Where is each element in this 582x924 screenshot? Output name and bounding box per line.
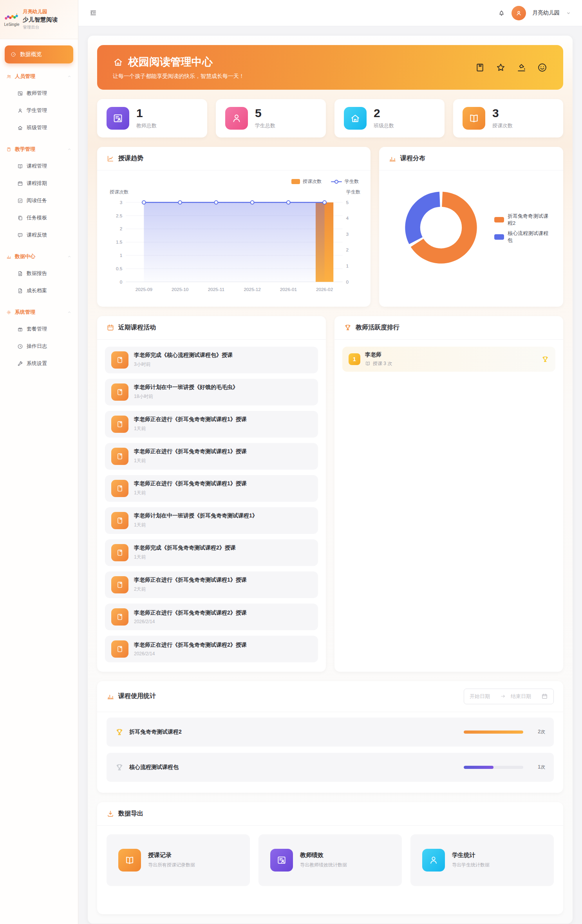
ranking-item: 1李老师授课 3 次 [342, 347, 555, 372]
sidebar-item[interactable]: 成长档案 [0, 282, 78, 299]
brand-line-2: 少儿智慧阅读 [23, 16, 58, 24]
date-range-picker[interactable]: 开始日期 结束日期 [464, 689, 554, 704]
usage-count: 1次 [529, 764, 545, 770]
sidebar-section-label: 教学管理 [15, 146, 35, 153]
activity-info: 李老师计划在中一班讲授《好饿的毛毛虫》18小时前 [134, 384, 238, 400]
sidebar-item[interactable]: 课程反馈 [0, 226, 78, 244]
notification-bell-icon[interactable] [498, 9, 505, 17]
sidebar-section-label: 数据中心 [15, 253, 35, 260]
tablet-icon [116, 645, 124, 653]
stat-label: 班级总数 [374, 122, 394, 129]
gauge-icon [11, 52, 16, 57]
trophy-icon [541, 355, 549, 363]
activity-text: 李老师正在进行《折耳兔奇奇测试课程1》授课 [134, 480, 247, 487]
sidebar-item[interactable]: 教师管理 [0, 85, 78, 102]
progress-fill [464, 766, 493, 769]
sidebar-item-label: 套餐管理 [27, 325, 47, 333]
stat-value: 3 [492, 107, 513, 119]
sidebar-section[interactable]: 教学管理 [0, 141, 78, 157]
sidebar-item[interactable]: 数据报告 [0, 265, 78, 282]
sidebar-section[interactable]: 人员管理 [0, 68, 78, 85]
stat-card: 1教师总数 [97, 99, 207, 137]
export-info: 教师绩效导出教师绩效统计数据 [300, 852, 347, 868]
tablet-icon [116, 452, 124, 460]
bookmark-book-icon [6, 147, 11, 152]
collapse-sidebar-icon[interactable] [89, 9, 97, 17]
legend-label: 学生数 [345, 178, 359, 185]
app-root: LeSingle 月亮幼儿园 少儿智慧阅读 管理后台 数据概览人员管理教师管理学… [0, 0, 582, 924]
brand-text: 月亮幼儿园 少儿智慧阅读 管理后台 [23, 9, 58, 30]
page-title: 校园阅读管理中心 [113, 55, 244, 69]
sidebar-item-label: 教师管理 [27, 90, 47, 97]
svg-text:1: 1 [346, 263, 349, 269]
book-icon [17, 163, 23, 169]
sidebar-item[interactable]: 系统设置 [0, 355, 78, 372]
gift-icon [17, 326, 23, 332]
donut-body: 折耳兔奇奇测试课程2核心流程测试课程包 [379, 170, 563, 286]
lesingle-logo: LeSingle [4, 12, 20, 27]
sidebar-section[interactable]: 数据中心 [0, 248, 78, 265]
export-action-card[interactable]: 授课记录导出所有授课记录数据 [107, 834, 250, 886]
usage-count: 2次 [529, 729, 545, 735]
sidebar-item[interactable]: 套餐管理 [0, 320, 78, 338]
charts-row: 授课趋势 授课次数学生数 授课次数 学生数 00.511.522.5301234… [97, 147, 563, 307]
sidebar-item[interactable]: 任务模板 [0, 209, 78, 226]
doc-archive-icon [17, 288, 23, 294]
sidebar-section[interactable]: 系统管理 [0, 304, 78, 320]
legend-item: 授课次数 [291, 178, 322, 185]
comment-icon [17, 232, 23, 238]
banner: 校园阅读管理中心 让每一个孩子都能享受阅读的快乐，智慧成长每一天！ [97, 45, 563, 90]
chevron-down-icon[interactable] [566, 11, 571, 16]
sidebar-item[interactable]: 课程排期 [0, 175, 78, 192]
sidebar-item[interactable]: 学生管理 [0, 102, 78, 119]
distribution-title: 课程分布 [400, 154, 425, 163]
calendar-icon [17, 181, 23, 186]
sidebar-item[interactable]: 操作日志 [0, 338, 78, 355]
ranking-info: 李老师授课 3 次 [365, 351, 392, 367]
sidebar-item[interactable]: 阅读任务 [0, 192, 78, 209]
tablet-icon [116, 613, 124, 621]
sidebar-item[interactable]: 课程管理 [0, 157, 78, 175]
user-name[interactable]: 月亮幼儿园 [532, 9, 560, 16]
activity-icon-tile [111, 576, 128, 593]
copy-icon [17, 215, 23, 221]
arrow-right-icon [500, 693, 506, 699]
activity-info: 李老师计划在中一班讲授《折耳兔奇奇测试课程1》1天前 [134, 512, 258, 528]
activity-item: 李老师计划在中一班讲授《好饿的毛毛虫》18小时前 [105, 379, 318, 405]
activity-item: 李老师正在进行《折耳兔奇奇测试课程1》授课2天前 [105, 571, 318, 598]
usage-title: 课程使用统计 [118, 692, 156, 700]
start-date-placeholder[interactable]: 开始日期 [470, 693, 495, 700]
smiley-icon [537, 62, 548, 73]
ranking-card-header: 教师活跃度排行 [334, 316, 563, 340]
sidebar-item-overview[interactable]: 数据概览 [5, 45, 73, 63]
distribution-card-header: 课程分布 [379, 147, 563, 170]
legend-line-marker [331, 179, 342, 184]
end-date-placeholder[interactable]: 结束日期 [511, 693, 537, 700]
activities-title: 近期课程活动 [118, 324, 156, 332]
dashboard-container: 校园阅读管理中心 让每一个孩子都能享受阅读的快乐，智慧成长每一天！ 1教师总数5… [88, 36, 573, 924]
avatar-person-icon [515, 9, 522, 17]
legend-label: 核心流程测试课程包 [508, 230, 553, 244]
activity-icon-tile [111, 383, 128, 401]
stat-info: 3授课次数 [492, 107, 513, 129]
stat-value: 2 [374, 107, 394, 119]
export-icon-tile [422, 849, 445, 872]
stat-card: 5学生总数 [216, 99, 326, 137]
legend-swatch [291, 179, 300, 184]
activity-icon-tile [111, 512, 128, 529]
avatar[interactable] [512, 6, 526, 20]
stat-label: 教师总数 [136, 122, 157, 129]
activity-time: 2026/2/14 [134, 651, 247, 656]
export-action-card[interactable]: 教师绩效导出教师绩效统计数据 [258, 834, 402, 886]
trend-card-header: 授课趋势 [97, 147, 371, 170]
activity-info: 李老师正在进行《折耳兔奇奇测试课程1》授课1天前 [134, 480, 247, 496]
sidebar-item-label: 系统设置 [27, 360, 47, 367]
tablet-icon [116, 549, 124, 557]
export-action-card[interactable]: 学生统计导出学生统计数据 [410, 834, 554, 886]
activity-time: 1天前 [134, 554, 236, 561]
trend-chart: 00.511.522.530123452025-092025-102025-11… [107, 196, 361, 301]
clock-icon [17, 344, 23, 349]
svg-text:3: 3 [120, 200, 123, 205]
sidebar-item[interactable]: 班级管理 [0, 119, 78, 136]
activity-item: 李老师完成《核心流程测试课程包》授课3小时前 [105, 347, 318, 373]
